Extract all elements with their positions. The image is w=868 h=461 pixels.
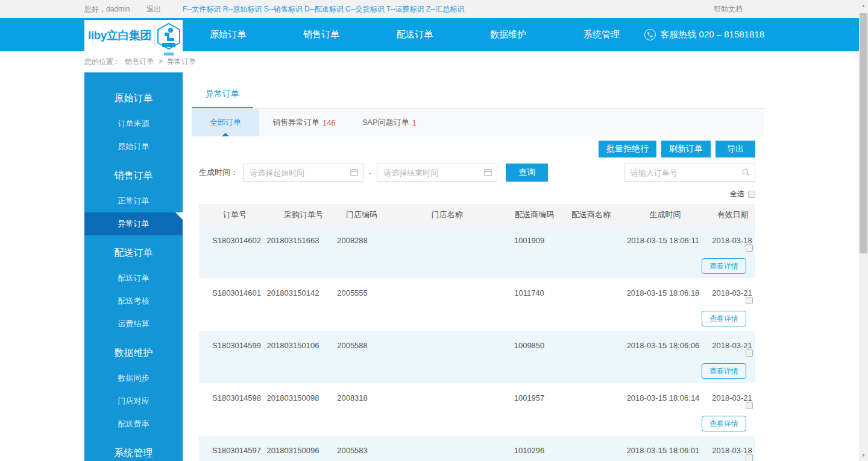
view-detail-button[interactable]: 查看详情 bbox=[702, 258, 746, 274]
sidebar-section-system-management[interactable]: 系统管理 bbox=[84, 444, 183, 461]
orders-table: 订单号 采购订单号 门店编码 门店名称 配送商编码 配送商名称 生成时间 有效日… bbox=[199, 204, 755, 461]
cell-store-code: 2005555 bbox=[327, 288, 378, 297]
sidebar: 原始订单 订单来源 原始订单 销售订单 正常订单 异常订单 配送订单 配送订单 … bbox=[84, 72, 183, 461]
sidebar-section-data-maintenance[interactable]: 数据维护 bbox=[84, 344, 183, 362]
sidebar-item-data-sync[interactable]: 数据同步 bbox=[84, 367, 183, 390]
row-checkbox[interactable] bbox=[746, 454, 753, 461]
search-icon[interactable] bbox=[741, 168, 750, 179]
toolbar: 批量拒绝行 刷新订单 导出 生成时间： - bbox=[192, 136, 764, 182]
query-button[interactable]: 查询 bbox=[506, 164, 548, 182]
cell-valid: 2018-03-21 bbox=[709, 341, 755, 350]
top-utility-bar: 您好，dadmin 退出 F--文件标识 R--原始标识 S--销售标识 D--… bbox=[0, 0, 859, 18]
phone-icon bbox=[644, 29, 656, 40]
row-checkbox[interactable] bbox=[746, 349, 753, 357]
cell-store-code: 2005583 bbox=[327, 446, 378, 455]
cell-created: 2018-03-15 18:06:11 bbox=[617, 236, 709, 245]
order-block: S1803014597 201803150096 2005583 1010296… bbox=[199, 436, 755, 461]
sidebar-item-normal-orders[interactable]: 正常订单 bbox=[84, 189, 183, 212]
nav-system-management[interactable]: 系统管理 bbox=[583, 29, 620, 40]
col-created: 生成时间 bbox=[620, 204, 709, 226]
sidebar-section-delivery-orders[interactable]: 配送订单 bbox=[84, 244, 183, 262]
col-dist-name: 配送商名称 bbox=[562, 204, 621, 226]
sidebar-item-delivery-rate[interactable]: 配送费率 bbox=[84, 413, 183, 436]
subtab-bar: 全部订单 销售异常订单 146 SAP问题订单 1 bbox=[192, 109, 764, 136]
user-greeting: 您好，dadmin bbox=[84, 0, 130, 18]
sidebar-item-delivery-assessment[interactable]: 配送考核 bbox=[84, 290, 183, 313]
cell-valid: 2018-03-21 bbox=[709, 288, 755, 297]
logo-text: liby立白集团 bbox=[84, 28, 151, 43]
col-dist-code: 配送商编码 bbox=[508, 204, 562, 226]
main-header: liby立白集团 原始订单 销售订单 配送订单 数据维护 系统管理 bbox=[0, 18, 859, 51]
cell-dist-code: 1011740 bbox=[502, 288, 557, 297]
breadcrumb-parent[interactable]: 销售订单 bbox=[125, 57, 154, 66]
refresh-orders-button[interactable]: 刷新订单 bbox=[661, 141, 711, 157]
sidebar-section-sales-orders[interactable]: 销售订单 bbox=[84, 167, 183, 185]
generate-time-label: 生成时间： bbox=[199, 167, 238, 178]
page-scrollbar[interactable]: ▲ ▼ bbox=[859, 0, 868, 461]
help-doc-link[interactable]: 帮助文档 bbox=[714, 0, 743, 18]
sidebar-item-delivery-orders[interactable]: 配送订单 bbox=[84, 267, 183, 290]
cell-purchase-no: 201803150106 bbox=[259, 341, 327, 350]
logout-link[interactable]: 退出 bbox=[146, 0, 161, 18]
cell-store-code: 2008318 bbox=[327, 393, 378, 402]
date-range-dash: - bbox=[369, 168, 371, 177]
cell-dist-code: 1001909 bbox=[502, 236, 557, 245]
col-purchase-no: 采购订单号 bbox=[271, 204, 336, 226]
detail-row: 查看详情 bbox=[199, 255, 755, 278]
subtab-sap-problem-orders[interactable]: SAP问题订单 1 bbox=[349, 109, 430, 136]
breadcrumb-separator: > bbox=[159, 57, 163, 66]
nav-data-maintenance[interactable]: 数据维护 bbox=[490, 29, 526, 40]
batch-reject-button[interactable]: 批量拒绝行 bbox=[599, 141, 656, 157]
calendar-icon[interactable] bbox=[350, 168, 359, 179]
logo-hexagon-badge-icon bbox=[156, 21, 182, 59]
nav-delivery-orders[interactable]: 配送订单 bbox=[397, 29, 433, 40]
scrollbar-up-arrow[interactable]: ▲ bbox=[859, 1, 868, 10]
cell-order-no: S1803014599 bbox=[199, 341, 259, 350]
view-detail-button[interactable]: 查看详情 bbox=[702, 363, 746, 379]
sidebar-section-original-orders[interactable]: 原始订单 bbox=[84, 89, 183, 107]
nav-sales-orders[interactable]: 销售订单 bbox=[303, 29, 339, 40]
main-nav: 原始订单 销售订单 配送订单 数据维护 系统管理 bbox=[210, 18, 620, 51]
logo-divider bbox=[154, 25, 155, 46]
select-all-label: 全选 bbox=[730, 189, 744, 199]
col-store-code: 门店编码 bbox=[337, 204, 387, 226]
sidebar-item-order-source[interactable]: 订单来源 bbox=[84, 112, 183, 135]
subtab-sales-abnormal-count: 146 bbox=[322, 118, 336, 127]
calendar-icon[interactable] bbox=[483, 168, 492, 179]
cell-valid: 2018-03-21 bbox=[709, 393, 755, 402]
cell-created: 2018-03-15 18:06:01 bbox=[617, 446, 709, 455]
main-panel: 异常订单 全部订单 销售异常订单 146 SAP问题订单 1 bbox=[183, 72, 859, 461]
hotline-text: 客服热线 020 – 81581818 bbox=[660, 29, 764, 40]
scrollbar-thumb[interactable] bbox=[860, 13, 867, 253]
subtab-all-orders-label: 全部订单 bbox=[210, 117, 241, 128]
view-detail-button[interactable]: 查看详情 bbox=[702, 416, 746, 431]
logo[interactable]: liby立白集团 bbox=[84, 20, 183, 51]
view-detail-button[interactable]: 查看详情 bbox=[702, 311, 746, 326]
breadcrumb-current: 异常订单 bbox=[167, 57, 196, 66]
order-flag-legend: F--文件标识 R--原始标识 S--销售标识 D--配送标识 C--交货标识 … bbox=[183, 0, 464, 18]
col-store-name: 门店名称 bbox=[387, 204, 508, 226]
nav-original-orders[interactable]: 原始订单 bbox=[210, 29, 246, 40]
detail-row: 查看详情 bbox=[199, 360, 755, 383]
subtab-sales-abnormal-orders[interactable]: 销售异常订单 146 bbox=[259, 109, 349, 136]
page-tab-row: 异常订单 bbox=[192, 78, 764, 109]
table-row: S1803014602 201803151663 2008288 1001909… bbox=[199, 226, 755, 255]
select-all-checkbox[interactable] bbox=[748, 191, 755, 198]
service-hotline: 客服热线 020 – 81581818 bbox=[644, 18, 764, 51]
sidebar-item-original-orders[interactable]: 原始订单 bbox=[84, 135, 183, 158]
scrollbar-down-arrow[interactable]: ▼ bbox=[859, 451, 868, 460]
sidebar-item-freight-settlement[interactable]: 运费结算 bbox=[84, 313, 183, 335]
sidebar-item-abnormal-orders[interactable]: 异常订单 bbox=[84, 212, 183, 235]
row-checkbox[interactable] bbox=[746, 402, 753, 409]
row-checkbox[interactable] bbox=[746, 244, 753, 252]
start-time-input[interactable] bbox=[243, 164, 363, 182]
end-time-input[interactable] bbox=[377, 164, 497, 182]
export-button[interactable]: 导出 bbox=[715, 141, 755, 157]
detail-row: 查看详情 bbox=[199, 307, 755, 331]
row-checkbox[interactable] bbox=[746, 297, 753, 304]
sidebar-item-store-mapping[interactable]: 门店对应 bbox=[84, 390, 183, 413]
subtab-all-orders[interactable]: 全部订单 bbox=[192, 109, 259, 136]
tab-abnormal-orders[interactable]: 异常订单 bbox=[192, 78, 253, 108]
order-number-search-input[interactable] bbox=[624, 164, 755, 182]
page: 您好，dadmin 退出 F--文件标识 R--原始标识 S--销售标识 D--… bbox=[0, 0, 859, 461]
